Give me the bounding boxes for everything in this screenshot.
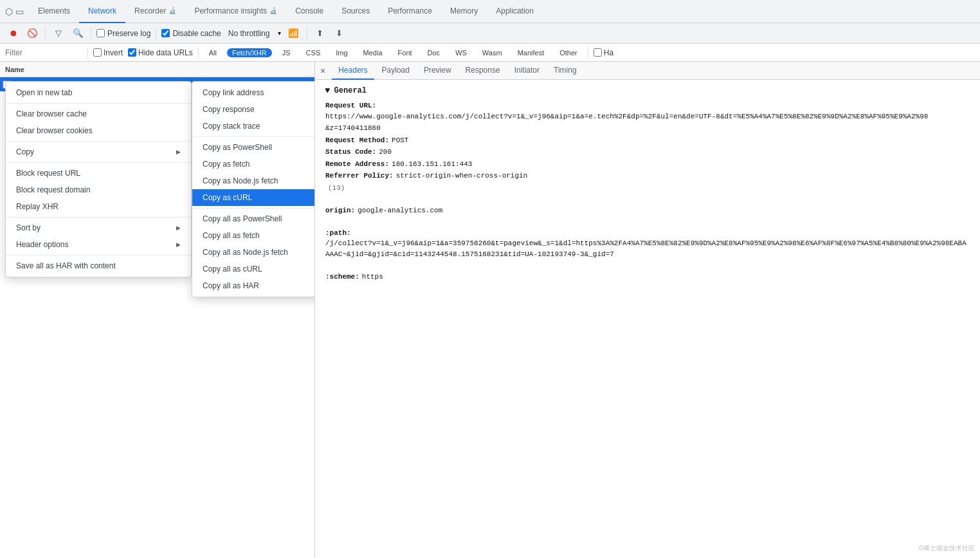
tab-preview[interactable]: Preview xyxy=(417,62,458,80)
filter-icon-button[interactable]: ▽ xyxy=(51,26,66,41)
tab-recorder[interactable]: Recorder 🔬 xyxy=(125,0,185,23)
ctx-block-url[interactable]: Block request URL xyxy=(6,165,191,181)
ctx-header-options[interactable]: Header options xyxy=(6,236,191,253)
field-val-url-cont: &z=1740411860 xyxy=(325,123,381,134)
close-panel-button[interactable]: × xyxy=(320,66,325,76)
tab-performance[interactable]: Performance xyxy=(379,0,441,23)
preserve-log-label[interactable]: Preserve log xyxy=(96,29,150,38)
ctx-sep-1 xyxy=(6,103,191,104)
toolbar-sep-4 xyxy=(307,27,307,40)
hide-data-urls-checkbox[interactable] xyxy=(128,48,136,57)
submenu-copy-all-curl[interactable]: Copy all as cURL xyxy=(192,261,315,277)
hide-data-urls-label[interactable]: Hide data URLs xyxy=(128,48,193,57)
count-badge: (13) xyxy=(328,183,345,194)
tab-sources[interactable]: Sources xyxy=(332,0,379,23)
network-conditions-button[interactable]: 📶 xyxy=(286,26,302,41)
filter-pill-manifest[interactable]: Manifest xyxy=(513,48,550,57)
submenu-copy-all-powershell[interactable]: Copy all as PowerShell xyxy=(192,210,315,227)
context-menu: Open in new tab Clear browser cache Clea… xyxy=(5,81,192,277)
ctx-copy[interactable]: Copy xyxy=(6,144,191,160)
device-icon[interactable]: ▭ xyxy=(15,6,24,17)
submenu-copy-stack[interactable]: Copy stack trace xyxy=(192,118,315,135)
tab-timing[interactable]: Timing xyxy=(547,62,583,80)
field-key-origin: origin: xyxy=(325,205,355,216)
filter-pill-font[interactable]: Font xyxy=(393,48,417,57)
tab-payload[interactable]: Payload xyxy=(376,62,416,80)
search-button[interactable]: 🔍 xyxy=(70,26,86,41)
submenu-copy-all-nodejs[interactable]: Copy all as Node.js fetch xyxy=(192,244,315,261)
tab-performance-insights[interactable]: Performance insights 🔬 xyxy=(185,0,286,23)
ctx-save-har[interactable]: Save all as HAR with content xyxy=(6,257,191,274)
field-origin: origin: google-analytics.com xyxy=(325,205,970,216)
filter-pill-css[interactable]: CSS xyxy=(301,48,326,57)
field-remote: Remote Address: 180.163.151.161:443 xyxy=(325,159,970,170)
ctx-block-domain[interactable]: Block request domain xyxy=(6,181,191,198)
tab-network[interactable]: Network xyxy=(79,0,125,23)
record-button[interactable]: ⏺ xyxy=(5,26,21,41)
submenu-copy-fetch[interactable]: Copy as fetch xyxy=(192,156,315,172)
right-pane: × Headers Payload Preview Response Initi… xyxy=(315,62,980,558)
disable-cache-checkbox[interactable] xyxy=(161,29,170,37)
field-path: :path: /j/collect?v=1&_v=j96&aip=1&a=359… xyxy=(325,228,970,260)
devtools-tab-bar: ⬡ ▭ Elements Network Recorder 🔬 Performa… xyxy=(0,0,980,23)
ctx-sort-by[interactable]: Sort by xyxy=(6,219,191,236)
ctx-sep-3 xyxy=(6,162,191,163)
recorder-exp-icon: 🔬 xyxy=(168,7,176,14)
field-key-referrer: Referrer Policy: xyxy=(325,171,394,181)
filter-sep-3 xyxy=(588,47,588,59)
submenu-sep-1 xyxy=(192,136,315,137)
tab-initiator[interactable]: Initiator xyxy=(508,62,546,80)
toolbar-sep-2 xyxy=(91,27,91,40)
filter-pill-js[interactable]: JS xyxy=(277,48,296,57)
ctx-clear-cache[interactable]: Clear browser cache xyxy=(6,106,191,122)
filter-pill-ws[interactable]: WS xyxy=(450,48,472,57)
field-val-remote: 180.163.151.161:443 xyxy=(392,159,472,170)
ctx-sep-2 xyxy=(6,141,191,142)
tab-response[interactable]: Response xyxy=(459,62,507,80)
invert-checkbox[interactable] xyxy=(93,48,102,57)
submenu-copy-link[interactable]: Copy link address xyxy=(192,84,315,101)
filter-pill-img[interactable]: Img xyxy=(331,48,352,57)
tab-elements[interactable]: Elements xyxy=(29,0,79,23)
invert-label[interactable]: Invert xyxy=(93,48,123,57)
submenu-copy-curl[interactable]: Copy as cURL xyxy=(192,189,315,206)
tab-application[interactable]: Application xyxy=(487,0,543,23)
filter-pill-wasm[interactable]: Wasm xyxy=(477,48,507,57)
submenu-copy-all-fetch[interactable]: Copy all as fetch xyxy=(192,227,315,244)
field-status: Status Code: 200 xyxy=(325,147,970,158)
ctx-replay-xhr[interactable]: Replay XHR xyxy=(6,198,191,215)
field-key-method: Request Method: xyxy=(325,135,389,146)
field-val-origin: google-analytics.com xyxy=(358,205,442,216)
filter-sep-1 xyxy=(87,47,88,59)
throttle-select-wrap: No throttling xyxy=(225,27,282,40)
filter-pill-doc[interactable]: Doc xyxy=(422,48,446,57)
tab-memory[interactable]: Memory xyxy=(441,0,487,23)
upload-button[interactable]: ⬆ xyxy=(313,26,328,41)
field-count: (13) xyxy=(325,183,970,194)
clear-button[interactable]: 🚫 xyxy=(24,26,40,41)
disable-cache-label[interactable]: Disable cache xyxy=(161,29,221,38)
filter-pill-fetchxhr[interactable]: Fetch/XHR xyxy=(227,48,272,57)
filter-pill-all[interactable]: All xyxy=(204,48,222,57)
submenu-copy-powershell[interactable]: Copy as PowerShell xyxy=(192,139,315,156)
ha-checkbox[interactable] xyxy=(594,48,602,57)
right-tabs: × Headers Payload Preview Response Initi… xyxy=(315,62,980,80)
ctx-clear-cookies[interactable]: Clear browser cookies xyxy=(6,122,191,139)
throttle-select[interactable]: No throttling xyxy=(225,27,282,40)
tab-headers[interactable]: Headers xyxy=(332,62,374,80)
ha-label[interactable]: Ha xyxy=(594,48,613,57)
submenu-copy-response[interactable]: Copy response xyxy=(192,101,315,118)
submenu-copy-all-har[interactable]: Copy all as HAR xyxy=(192,277,315,294)
filter-pill-media[interactable]: Media xyxy=(358,48,388,57)
filter-pill-other[interactable]: Other xyxy=(554,48,583,57)
ctx-open-new-tab[interactable]: Open in new tab xyxy=(6,84,191,101)
field-key-path: :path: xyxy=(325,228,351,239)
submenu-copy-nodejs[interactable]: Copy as Node.js fetch xyxy=(192,172,315,189)
filter-input[interactable] xyxy=(5,48,82,57)
field-method: Request Method: POST xyxy=(325,135,970,146)
tab-console[interactable]: Console xyxy=(286,0,332,23)
preserve-log-checkbox[interactable] xyxy=(96,29,105,37)
download-button[interactable]: ⬇ xyxy=(332,26,347,41)
field-key-remote: Remote Address: xyxy=(325,159,389,170)
cursor-icon[interactable]: ⬡ xyxy=(5,6,13,17)
